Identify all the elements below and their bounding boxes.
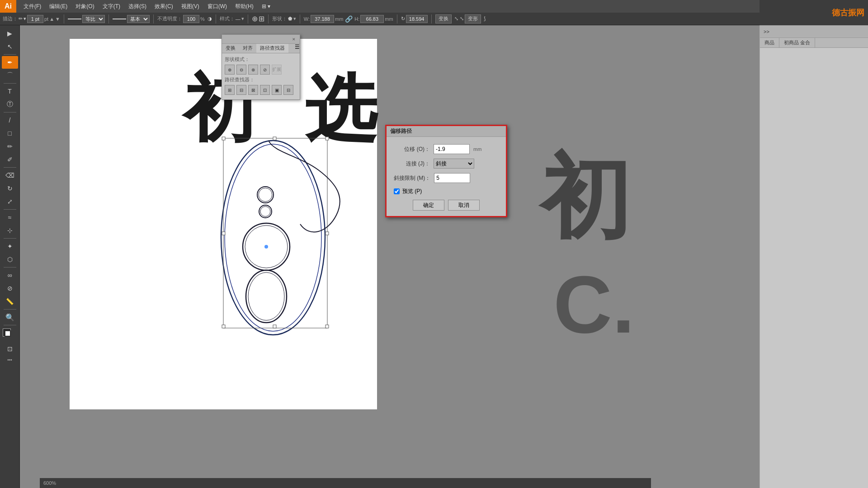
line-tool[interactable]: / — [2, 114, 18, 127]
offset-row: 位移 (O)： mm — [394, 144, 499, 154]
expand-icon[interactable]: >> — [764, 29, 769, 34]
curvature-tool[interactable]: ⌒ — [2, 69, 18, 82]
sel-handle-tr[interactable] — [326, 137, 329, 140]
panel-tab-2[interactable]: 初商品 金合 — [779, 38, 815, 47]
menu-effect[interactable]: 效果(C) — [151, 2, 177, 11]
ok-button[interactable]: 确定 — [413, 200, 444, 211]
scale-tool[interactable]: ⤢ — [2, 195, 18, 208]
warp-button[interactable]: 变形 — [465, 14, 481, 23]
width-input[interactable] — [311, 15, 334, 23]
height-input[interactable] — [360, 15, 384, 23]
direct-select-tool[interactable]: ↖ — [2, 40, 18, 53]
align-icon-2[interactable]: ⊞ — [259, 14, 264, 23]
menu-view[interactable]: 视图(V) — [178, 2, 203, 11]
tool-sep-9 — [4, 325, 16, 325]
panel-tab-1[interactable]: 商品 — [760, 38, 779, 47]
screen-mode-btn[interactable]: ⊡ — [2, 343, 18, 355]
fp-tab-align[interactable]: 对齐 — [239, 44, 256, 53]
shape-label: 形状： — [272, 15, 287, 22]
menu-file[interactable]: 文件(F) — [20, 2, 45, 11]
minus-front-btn[interactable]: ⊖ — [236, 65, 246, 75]
divider-7 — [300, 14, 300, 23]
sel-handle-tm[interactable] — [273, 137, 276, 140]
preview-label[interactable]: 预览 (P) — [402, 188, 422, 195]
miter-value-input[interactable] — [434, 173, 470, 183]
sel-handle-bm[interactable] — [273, 325, 276, 328]
line-style-select[interactable]: 等比 — [82, 15, 105, 23]
cancel-button[interactable]: 取消 — [448, 200, 480, 211]
basic-line-preview — [113, 19, 126, 19]
shape-arrow[interactable]: ▾ — [293, 16, 296, 22]
divide-btn[interactable]: ⊞ — [225, 85, 235, 95]
menu-help[interactable]: 帮助(H) — [231, 2, 257, 11]
opacity-icon: ◑ — [208, 16, 212, 22]
align-group: ⊕ ⊞ — [252, 14, 264, 23]
brush-tool[interactable]: ✏ — [2, 140, 18, 153]
menu-icon-btn[interactable]: ⊞ ▾ — [258, 2, 274, 10]
fp-tab-pathfinder[interactable]: 路径查找器 — [256, 44, 288, 53]
menu-items: 文件(F) 编辑(E) 对象(O) 文字(T) 选择(S) 效果(C) 视图(V… — [16, 2, 278, 11]
crop-btn[interactable]: ⊡ — [260, 85, 270, 95]
style-preview: — — [236, 16, 241, 22]
style-arrow[interactable]: ▾ — [241, 16, 244, 22]
free-transform-tool[interactable]: ⊹ — [2, 224, 18, 237]
transform-button[interactable]: 变换 — [435, 14, 452, 23]
rotate-tool[interactable]: ↻ — [2, 182, 18, 195]
bead-1-inner — [259, 188, 272, 202]
rect-tool[interactable]: □ — [2, 127, 18, 140]
blend-tool[interactable]: ∞ — [2, 269, 18, 282]
minus-back-btn[interactable]: ⊟ — [283, 85, 293, 95]
fp-menu-icon[interactable]: ☰ — [295, 44, 300, 53]
sel-handle-mr[interactable] — [326, 232, 329, 235]
perspective-tool[interactable]: ⬡ — [2, 253, 18, 266]
fp-tab-transform[interactable]: 变换 — [222, 44, 239, 53]
sel-handle-ml[interactable] — [222, 232, 225, 235]
measure-tool[interactable]: 📏 — [2, 295, 18, 308]
stroke-value-input[interactable] — [27, 15, 43, 23]
stroke-up-icon[interactable]: ▲ — [49, 16, 54, 22]
menu-edit[interactable]: 编辑(E) — [46, 2, 71, 11]
outline-btn[interactable]: ▣ — [272, 85, 282, 95]
select-tool[interactable]: ▶ — [2, 27, 18, 40]
puppet-warp-tool[interactable]: ✦ — [2, 240, 18, 253]
pen-tool[interactable]: ✒ — [2, 56, 18, 69]
menu-text[interactable]: 文字(T) — [99, 2, 124, 11]
menu-window[interactable]: 窗口(W) — [204, 2, 231, 11]
eyedropper-tool[interactable]: ⊘ — [2, 282, 18, 295]
warp-tool-btn[interactable]: ≈ — [2, 211, 18, 224]
fp-tabs: 变换 对齐 路径查找器 ☰ — [222, 44, 300, 53]
sel-handle-tl[interactable] — [222, 137, 225, 140]
w-label: W: — [304, 16, 310, 22]
pencil-tool[interactable]: ✐ — [2, 153, 18, 166]
more-tools-btn[interactable]: ••• — [7, 357, 12, 362]
right-text-c: C. — [553, 259, 635, 350]
zoom-tool[interactable]: 🔍 — [2, 311, 18, 324]
merge-btn[interactable]: ⊠ — [248, 85, 258, 95]
path-btns-row: ⊞ ⊟ ⊠ ⊡ ▣ ⊟ — [225, 85, 297, 95]
link-wh-icon[interactable]: 🔗 — [345, 15, 353, 23]
rotate-input[interactable] — [406, 15, 428, 23]
join-select[interactable]: 斜接 圆角 斜面 — [434, 159, 474, 169]
offset-value-input[interactable] — [434, 144, 470, 154]
unite-btn[interactable]: ⊕ — [225, 65, 235, 75]
fill-btn[interactable] — [2, 328, 18, 340]
basic-line-select[interactable]: 基本 — [127, 15, 150, 23]
opacity-input[interactable] — [183, 15, 199, 23]
menu-object[interactable]: 对象(O) — [72, 2, 98, 11]
trim-btn[interactable]: ⊟ — [236, 85, 246, 95]
menu-select[interactable]: 选择(S) — [125, 2, 150, 11]
watermark-text: 德古振网 — [832, 7, 864, 18]
h-unit: mm — [385, 16, 393, 22]
touch-type-tool[interactable]: Ⓣ — [2, 98, 18, 111]
expand-btn[interactable]: 扩展 — [272, 65, 282, 75]
sel-handle-br[interactable] — [326, 325, 329, 328]
stroke-down-icon[interactable]: ▼ — [55, 16, 60, 22]
eraser-tool[interactable]: ⌫ — [2, 169, 18, 182]
intersect-btn[interactable]: ⊗ — [248, 65, 258, 75]
fp-close[interactable]: ✕ — [291, 36, 297, 42]
preview-checkbox[interactable] — [394, 188, 400, 194]
type-tool[interactable]: T — [2, 85, 18, 98]
align-icon-1[interactable]: ⊕ — [252, 14, 258, 23]
exclude-btn[interactable]: ⊘ — [260, 65, 270, 75]
sel-handle-bl[interactable] — [222, 325, 225, 328]
